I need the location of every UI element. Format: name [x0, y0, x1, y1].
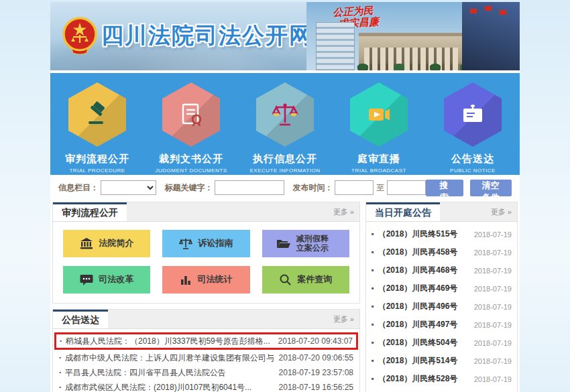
- case-number: （2018）川民再496号: [372, 301, 457, 312]
- more-link[interactable]: 更多 »: [333, 207, 359, 217]
- nav-item-trial-broadcast[interactable]: 庭审直播 TRIAL BROADCAST: [332, 73, 426, 175]
- notice-list: 稻城县人民法院：（2018）川3337民初59号原告彭措格... 2018-07…: [53, 329, 359, 392]
- video-camera-icon: [364, 100, 394, 129]
- hearing-list-item[interactable]: （2018）川民再468号 2018-07-19: [372, 261, 512, 279]
- nav-item-public-notice[interactable]: 公告送达 PUBLIC NOTICE: [426, 73, 520, 175]
- notice-title: 成都市武侯区人民法院：(2018)川0107民初6041号...: [59, 382, 251, 392]
- nav-label-zh: 公告送达: [451, 153, 494, 166]
- nav-label-en: TRIAL PROCEDURE: [69, 168, 125, 174]
- judicial-statistics-button[interactable]: 司法统计: [162, 266, 249, 293]
- trial-procedure-panel: 审判流程公开 更多 » 法院简介: [52, 202, 360, 304]
- nav-label-en: JUDGMENT DOCUMENTS: [155, 168, 227, 174]
- hearing-date: 2018-07-19: [474, 249, 512, 257]
- hexagon-tile: [350, 82, 408, 147]
- keyword-label: 标题关键字：: [164, 182, 213, 194]
- nav-label-zh: 审判流程公开: [65, 153, 129, 166]
- notice-list-item[interactable]: 稻城县人民法院：（2018）川3337民初59号原告彭措格... 2018-07…: [60, 334, 353, 348]
- bar-chart-icon: [180, 274, 192, 286]
- right-column: 当日开庭公告 更多 » （2018）川民终515号 2018-07-19 （20…: [365, 202, 518, 392]
- national-emblem-icon: [62, 17, 97, 57]
- notice-title: 平昌县人民法院：四川省平昌县人民法院公告: [59, 367, 226, 379]
- court-intro-button[interactable]: 法院简介: [63, 230, 150, 257]
- hearing-list-item[interactable]: （2018）川民再458号 2018-07-19: [372, 243, 512, 261]
- date-to-input[interactable]: [387, 180, 426, 195]
- gavel-icon: [83, 101, 111, 129]
- hearing-list-item[interactable]: （2018）川民终515号 2018-07-19: [372, 225, 512, 243]
- left-column: 审判流程公开 更多 » 法院简介: [52, 202, 360, 392]
- document-seal-icon: [177, 101, 205, 129]
- hexagon-tile: [444, 82, 502, 147]
- hearing-list-item[interactable]: （2018）川民终566号 2018-07-19: [372, 388, 512, 392]
- keyword-input[interactable]: [215, 180, 284, 195]
- more-link[interactable]: 更多 »: [491, 207, 517, 217]
- case-query-button[interactable]: 案件查询: [262, 266, 349, 293]
- red-flag-icon: [500, 10, 506, 15]
- notice-title: 成都市中级人民法院：上诉人四川君羊建设集团有限公司与被上诉...: [59, 352, 274, 364]
- case-number: （2018）川民终528号: [372, 373, 457, 385]
- notice-card-icon: [458, 100, 488, 129]
- notice-list-item[interactable]: 成都市武侯区人民法院：(2018)川0107民初6041号... 2018-07…: [59, 380, 353, 392]
- hexagon-tile: [68, 82, 126, 147]
- nav-label-zh: 执行信息公开: [253, 153, 317, 166]
- nav-item-judgment-documents[interactable]: 裁判文书公开 JUDGMENT DOCUMENTS: [144, 73, 238, 175]
- category-select[interactable]: [101, 180, 156, 195]
- notice-date: 2018-07-19 16:56:25: [274, 383, 353, 392]
- hearing-list-item[interactable]: （2018）川民终528号 2018-07-19: [372, 370, 512, 388]
- hearing-list-item[interactable]: （2018）川民再496号 2018-07-19: [372, 298, 512, 316]
- notice-list-item[interactable]: 平昌县人民法院：四川省平昌县人民法院公告 2018-07-19 23:57:08: [59, 365, 353, 380]
- nav-item-execute-information[interactable]: 执行信息公开 EXECUTE INFORMATION: [238, 73, 332, 175]
- nav-label-zh: 庭审直播: [357, 153, 400, 166]
- panel-title: 审判流程公开: [53, 202, 127, 221]
- red-flag-icon: [470, 9, 477, 13]
- nav-label-en: TRIAL BROADCAST: [351, 168, 406, 174]
- hearing-list-item[interactable]: （2018）川民再469号 2018-07-19: [372, 279, 512, 298]
- date-to-label: 至: [376, 182, 384, 194]
- case-number: （2018）川民再458号: [372, 247, 457, 258]
- date-from-input[interactable]: [335, 180, 374, 195]
- hearing-date: 2018-07-19: [474, 303, 512, 311]
- building-tower: [316, 22, 355, 70]
- panel-title: 当日开庭公告: [366, 202, 440, 221]
- hearing-date: 2018-07-19: [474, 267, 512, 275]
- scales-icon: [179, 238, 192, 250]
- panel-header: 公告送达 更多 »: [53, 310, 359, 329]
- search-button[interactable]: 搜 索: [426, 180, 463, 196]
- photo-dark-section: [462, 2, 520, 70]
- site-banner: 四川法院司法公开网 公正为民 求实昌廉: [50, 2, 520, 70]
- hearing-list: （2018）川民终515号 2018-07-19 （2018）川民再458号 2…: [366, 222, 517, 392]
- hearing-date: 2018-07-19: [474, 375, 512, 383]
- site-title-link[interactable]: 四川法院司法公开网: [101, 21, 312, 51]
- clear-filters-button[interactable]: 清空条件: [470, 180, 512, 196]
- more-link[interactable]: 更多 »: [333, 314, 359, 324]
- today-hearing-panel: 当日开庭公告 更多 » （2018）川民终515号 2018-07-19 （20…: [365, 202, 518, 392]
- speech-bubble-icon: [80, 274, 93, 286]
- hearing-list-item[interactable]: （2018）川民再514号 2018-07-19: [372, 352, 512, 370]
- hearing-list-item[interactable]: （2018）川民终504号 2018-07-19: [372, 334, 512, 352]
- hearing-list-item[interactable]: （2018）川民再497号 2018-07-19: [372, 316, 512, 334]
- panel-title: 公告送达: [53, 310, 108, 328]
- page-content: 四川法院司法公开网 公正为民 求实昌廉: [50, 2, 520, 392]
- hearing-date: 2018-07-19: [474, 231, 512, 239]
- judicial-reform-button[interactable]: 司法改革: [63, 266, 150, 293]
- notice-date: 2018-07-19 23:57:08: [274, 368, 353, 377]
- notice-date: 2018-07-20 09:06:55: [274, 353, 353, 363]
- highlight-annotation-box: 稻城县人民法院：（2018）川3337民初59号原告彭措格... 2018-07…: [54, 332, 358, 350]
- litigation-guide-button[interactable]: 诉讼指南: [162, 230, 249, 257]
- hearing-date: 2018-07-19: [474, 285, 512, 293]
- case-number: （2018）川民再514号: [372, 355, 457, 367]
- case-number: （2018）川民再497号: [372, 319, 457, 330]
- courthouse-photo: 公正为民 求实昌廉: [306, 2, 520, 70]
- nav-item-trial-procedure[interactable]: 审判流程公开 TRIAL PROCEDURE: [50, 73, 144, 175]
- search-filter-bar: 信息栏目： 标题关键字： 发布时间： 至 搜 索 清空条件: [50, 175, 520, 200]
- notice-title: 稻城县人民法院：（2018）川3337民初59号原告彭措格...: [60, 336, 270, 347]
- main-nav-band: 审判流程公开 TRIAL PROCEDURE 裁判文书公开 JUDGMENT D…: [50, 73, 520, 175]
- banner-mountain-background: 四川法院司法公开网: [50, 2, 306, 70]
- notice-list-item[interactable]: 成都市中级人民法院：上诉人四川君羊建设集团有限公司与被上诉... 2018-07…: [59, 350, 353, 365]
- trees: [351, 62, 471, 70]
- date-label: 发布时间：: [292, 182, 333, 194]
- panel-header: 审判流程公开 更多 »: [53, 202, 359, 222]
- notice-date: 2018-07-20 09:43:07: [273, 336, 353, 346]
- red-flag-icon: [485, 6, 492, 11]
- parole-filing-button[interactable]: 减刑假释立案公示: [262, 230, 349, 257]
- scales-icon: [270, 100, 300, 129]
